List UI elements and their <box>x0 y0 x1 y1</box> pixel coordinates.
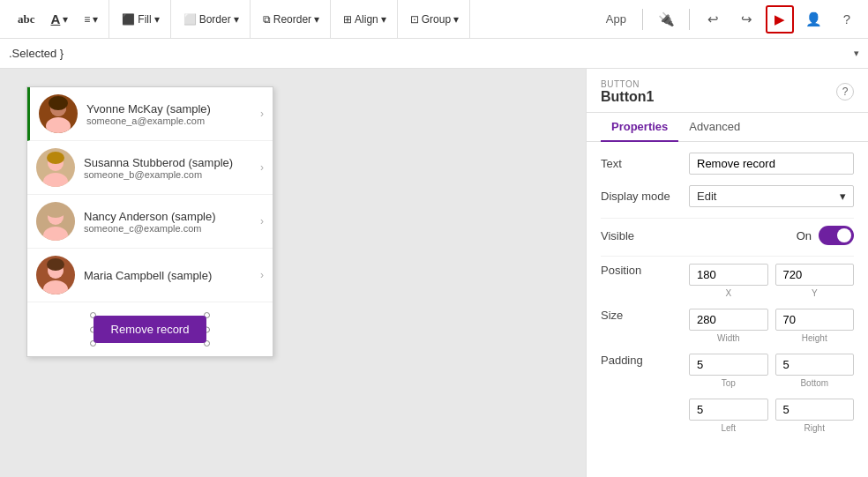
reorder-button[interactable]: ⧉ Reorder ▾ <box>256 9 326 30</box>
panel-header-row: BUTTON Button1 ? <box>601 79 854 105</box>
svg-point-4 <box>49 96 68 110</box>
svg-point-12 <box>46 205 65 218</box>
prop-position-x-input[interactable] <box>689 264 768 286</box>
prop-padding-label: Padding <box>601 354 689 367</box>
undo-button[interactable]: ↩ <box>699 5 727 34</box>
canvas-area: Yvonne McKay (sample) someone_a@example.… <box>0 69 586 477</box>
separator-1 <box>601 218 854 219</box>
button-selection-wrapper: Remove record <box>94 316 207 343</box>
fill-label: Fill <box>138 13 151 26</box>
font-button[interactable]: A ▾ <box>44 7 76 31</box>
avatar-2 <box>36 148 75 187</box>
fill-icon: ⬛ <box>122 13 135 26</box>
user-button[interactable]: 👤 <box>799 5 827 34</box>
tab-advanced[interactable]: Advanced <box>678 113 751 142</box>
fill-dropdown-icon: ▾ <box>154 13 160 26</box>
align-dropdown-icon: ▾ <box>381 13 386 26</box>
svg-point-16 <box>47 258 64 271</box>
separator-2 <box>601 256 854 257</box>
connect-button[interactable]: 🔌 <box>652 5 680 34</box>
toolbar: abc A ▾ ≡ ▾ ⬛ Fill ▾ ⬜ Border ▾ ⧉ Reorde… <box>0 0 868 39</box>
tab-properties[interactable]: Properties <box>601 113 678 142</box>
panel-section-label: BUTTON <box>601 79 654 89</box>
prop-size-width-label: Width <box>689 333 768 343</box>
paragraph-dropdown-icon: ▾ <box>93 13 98 26</box>
contact-chevron-2: › <box>260 161 264 174</box>
help-button[interactable]: ? <box>833 5 861 34</box>
align-button[interactable]: ⊞ Align ▾ <box>336 9 393 30</box>
prop-padding-lr-row: Left Right <box>601 399 854 433</box>
app-canvas: Yvonne McKay (sample) someone_a@example.… <box>26 86 273 357</box>
panel-tabs: Properties Advanced <box>587 113 868 142</box>
prop-visible-label: Visible <box>601 229 689 242</box>
prop-padding-bottom-input[interactable] <box>775 354 855 376</box>
help-circle-icon: ? <box>842 86 849 98</box>
panel-help-button[interactable]: ? <box>836 83 854 101</box>
panel-title: Button1 <box>601 89 654 105</box>
panel-content: Text Display mode Edit ▾ Visible <box>587 142 868 477</box>
remove-btn-container: Remove record <box>27 302 273 356</box>
visible-toggle[interactable] <box>819 226 854 245</box>
border-button[interactable]: ⬜ Border ▾ <box>176 9 246 30</box>
prop-text-input[interactable] <box>689 153 854 175</box>
paragraph-button[interactable]: ≡ ▾ <box>77 9 105 30</box>
contact-item-1[interactable]: Yvonne McKay (sample) someone_a@example.… <box>27 87 273 141</box>
prop-padding-left-input[interactable] <box>689 399 768 421</box>
prop-padding-bottom-label: Bottom <box>775 378 855 388</box>
redo-icon: ↪ <box>741 11 752 27</box>
prop-padding-inputs-lr: Left Right <box>689 399 854 433</box>
contact-email-3: someone_c@example.com <box>84 223 260 234</box>
prop-padding-top-input[interactable] <box>689 354 768 376</box>
prop-size-height-label: Height <box>775 333 855 343</box>
prop-size-width-cell: Width <box>689 309 768 343</box>
group-button[interactable]: ⊡ Group ▾ <box>403 9 466 30</box>
font-icon: A <box>51 11 61 26</box>
prop-position-inputs: X Y <box>689 264 854 298</box>
contact-name-4: Maria Campbell (sample) <box>84 269 260 282</box>
prop-visible-value: On <box>689 226 854 245</box>
prop-size-width-input[interactable] <box>689 309 768 331</box>
formula-chevron-icon[interactable]: ▾ <box>854 48 859 59</box>
main-area: Yvonne McKay (sample) someone_a@example.… <box>0 69 868 477</box>
group-group: ⊡ Group ▾ <box>400 0 470 38</box>
prop-display-selected: Edit <box>697 190 716 203</box>
prop-display-chevron: ▾ <box>840 190 846 203</box>
app-label: App <box>599 12 633 26</box>
font-dropdown-icon: ▾ <box>63 13 68 26</box>
border-dropdown-icon: ▾ <box>234 13 239 26</box>
play-icon: ▶ <box>774 11 785 27</box>
prop-position-label: Position <box>601 264 689 277</box>
prop-display-select[interactable]: Edit ▾ <box>689 185 854 207</box>
prop-display-label: Display mode <box>601 190 689 203</box>
prop-size-height-input[interactable] <box>775 309 855 331</box>
contact-name-2: Susanna Stubberod (sample) <box>84 156 260 169</box>
toggle-container: On <box>689 226 854 245</box>
reorder-dropdown-icon: ▾ <box>314 13 319 26</box>
contact-item-2[interactable]: Susanna Stubberod (sample) someone_b@exa… <box>27 141 273 195</box>
prop-padding-top-cell: Top <box>689 354 768 388</box>
play-button[interactable]: ▶ <box>766 5 794 34</box>
prop-padding-right-label: Right <box>775 423 855 433</box>
contact-item-4[interactable]: Maria Campbell (sample) › <box>27 249 273 302</box>
prop-padding-top-label: Top <box>689 378 768 388</box>
border-label: Border <box>199 13 231 26</box>
formula-input[interactable] <box>9 47 854 60</box>
prop-padding-bottom-cell: Bottom <box>775 354 855 388</box>
remove-record-button[interactable]: Remove record <box>94 316 207 343</box>
abc-button[interactable]: abc <box>11 8 42 31</box>
divider2 <box>689 9 690 30</box>
reorder-icon: ⧉ <box>263 13 271 26</box>
contact-email-2: someone_b@example.com <box>84 169 260 180</box>
contact-item-3[interactable]: Nancy Anderson (sample) someone_c@exampl… <box>27 195 273 249</box>
prop-text-value <box>689 153 854 175</box>
fill-button[interactable]: ⬛ Fill ▾ <box>115 9 166 30</box>
align-icon: ⊞ <box>343 13 352 26</box>
border-icon: ⬜ <box>183 13 197 26</box>
prop-padding-right-input[interactable] <box>775 399 855 421</box>
paragraph-icon: ≡ <box>84 13 90 26</box>
panel-info: BUTTON Button1 <box>601 79 654 105</box>
redo-button[interactable]: ↪ <box>732 5 760 34</box>
prop-size-height-cell: Height <box>775 309 855 343</box>
prop-position-y-input[interactable] <box>775 264 855 286</box>
prop-size-label: Size <box>601 309 689 322</box>
